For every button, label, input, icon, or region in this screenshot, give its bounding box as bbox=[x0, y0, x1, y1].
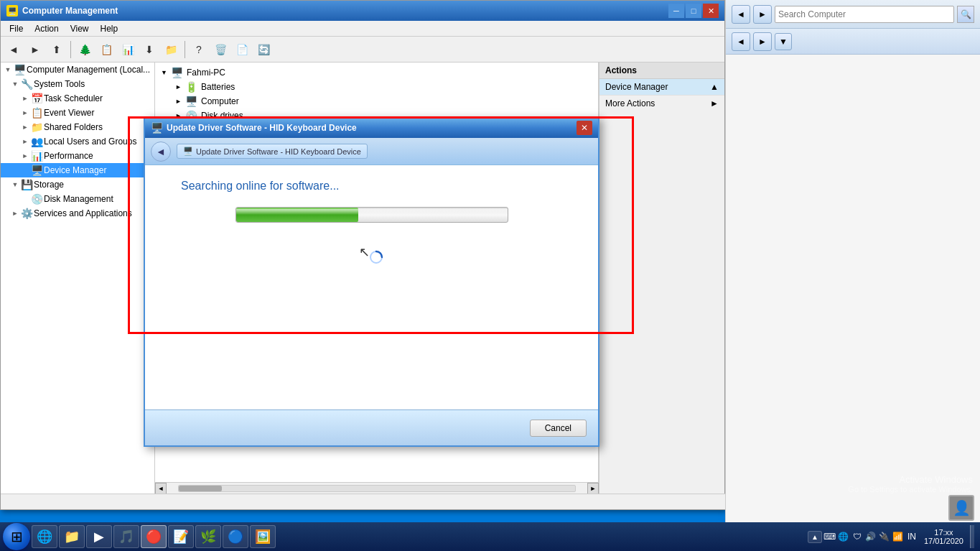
user-avatar: 👤 bbox=[948, 495, 974, 521]
pc-icon: 🖥️ bbox=[171, 67, 185, 78]
activate-windows-title: Activate Windows bbox=[848, 474, 973, 485]
taskbar-app-ie[interactable]: 🌐 bbox=[32, 525, 57, 548]
search-button[interactable]: 🔍 bbox=[957, 6, 974, 23]
scroll-right-btn[interactable]: ► bbox=[587, 483, 599, 494]
menu-action[interactable]: Action bbox=[29, 22, 64, 35]
tree-item-disk-mgmt[interactable]: 💿 Disk Management bbox=[1, 192, 154, 206]
toolbar-btn3[interactable]: 📊 bbox=[118, 40, 138, 60]
taskbar-app-media[interactable]: ▶ bbox=[86, 525, 112, 548]
toolbar-refresh[interactable]: 🔄 bbox=[253, 40, 274, 60]
tray-icon-kb[interactable]: ⌨ bbox=[824, 531, 836, 542]
tree-item-local-users[interactable]: ► 👥 Local Users and Groups bbox=[1, 134, 154, 149]
sidebar-nav-btn1[interactable]: ◄ bbox=[732, 32, 750, 51]
loading-spinner bbox=[369, 250, 383, 264]
toolbar-btn5[interactable]: 📁 bbox=[161, 40, 181, 60]
tree-label-disk-mgmt: Disk Management bbox=[44, 194, 151, 204]
toolbar-back[interactable]: ◄ bbox=[4, 40, 24, 60]
tree-item-task-scheduler[interactable]: ► 📅 Task Scheduler bbox=[1, 91, 154, 106]
system-clock[interactable]: 17:xx 17/01/2020 bbox=[920, 528, 968, 545]
toolbar-separator-2 bbox=[185, 41, 185, 58]
taskbar-app-word[interactable]: 📝 bbox=[168, 525, 194, 548]
toolbar-separator-1 bbox=[70, 41, 71, 58]
toolbar-up[interactable]: ⬆ bbox=[47, 40, 67, 60]
taskbar-app-app4[interactable]: 🔵 bbox=[223, 525, 248, 548]
breadcrumb-icon: 🖥️ bbox=[183, 147, 193, 156]
device-tree-batteries[interactable]: ► 🔋 Batteries bbox=[158, 80, 595, 94]
tray-icon-power[interactable]: 🔌 bbox=[879, 531, 890, 542]
minimize-button[interactable]: ─ bbox=[668, 4, 684, 18]
computer-icon: 🖥️ bbox=[14, 64, 25, 75]
update-driver-dialog: 🖥️ Update Driver Software - HID Keyboard… bbox=[144, 116, 599, 447]
show-desktop-button[interactable] bbox=[970, 525, 974, 548]
right-sidebar: ◄ ► 🔍 ◄ ► ▼ bbox=[725, 0, 980, 551]
tree-item-system-tools[interactable]: ▼ 🔧 System Tools bbox=[1, 77, 154, 91]
menu-view[interactable]: View bbox=[65, 22, 95, 35]
dialog-back-button[interactable]: ◄ bbox=[151, 142, 171, 162]
tray-show-hidden[interactable]: ▲ bbox=[808, 531, 822, 543]
menu-help[interactable]: Help bbox=[95, 22, 124, 35]
dialog-close-button[interactable]: ✕ bbox=[577, 121, 592, 135]
sidebar-forward-btn[interactable]: ► bbox=[753, 5, 772, 24]
taskbar-app-music[interactable]: 🎵 bbox=[113, 525, 139, 548]
tree-item-event-viewer[interactable]: ► 📋 Event Viewer bbox=[1, 106, 154, 120]
expand-icon: ▼ bbox=[11, 180, 19, 189]
right-sidebar-nav: ◄ ► ▼ bbox=[726, 29, 980, 55]
action-device-manager[interactable]: Device Manager ▲ bbox=[599, 79, 724, 96]
sidebar-nav-btn3[interactable]: ▼ bbox=[775, 33, 792, 50]
dialog-title-bar: 🖥️ Update Driver Software - HID Keyboard… bbox=[145, 118, 598, 138]
scrollbar-thumb[interactable] bbox=[179, 486, 222, 491]
expand-icon: ► bbox=[21, 94, 29, 103]
expand-icon: ▼ bbox=[4, 65, 12, 74]
cancel-button[interactable]: Cancel bbox=[530, 420, 587, 437]
tree-label-performance: Performance bbox=[44, 151, 151, 161]
expand-icon: ► bbox=[21, 108, 29, 117]
activate-windows-subtitle: Go to Settings to activate Windows. bbox=[848, 485, 973, 494]
action-more-actions[interactable]: More Actions ► bbox=[599, 96, 724, 111]
window-title: Computer Management bbox=[22, 6, 668, 16]
toolbar-btn2[interactable]: 📋 bbox=[96, 40, 116, 60]
tree-item-storage[interactable]: ▼ 💾 Storage bbox=[1, 177, 154, 192]
sidebar-nav-btn2[interactable]: ► bbox=[753, 32, 772, 51]
taskbar-app-app5[interactable]: 🖼️ bbox=[250, 525, 276, 548]
toolbar-show-hide-tree[interactable]: 🌲 bbox=[75, 40, 95, 60]
scrollbar-track bbox=[178, 485, 576, 492]
horizontal-scrollbar[interactable]: ◄ ► bbox=[155, 482, 599, 494]
search-computer-input[interactable] bbox=[775, 6, 954, 23]
action-label-more-actions: More Actions bbox=[605, 98, 655, 108]
taskbar-app-mgmt[interactable]: 🔴 bbox=[141, 525, 167, 548]
taskbar-app-explorer[interactable]: 📁 bbox=[59, 525, 85, 548]
expand-icon: ► bbox=[175, 98, 184, 105]
toolbar-properties[interactable]: 📄 bbox=[232, 40, 252, 60]
dialog-footer: Cancel bbox=[145, 409, 598, 445]
device-tree-computer[interactable]: ► 🖥️ Computer bbox=[158, 94, 595, 108]
tree-item-services[interactable]: ► ⚙️ Services and Applications bbox=[1, 206, 154, 221]
tray-icon-shield[interactable]: 🛡 bbox=[851, 531, 863, 542]
tray-icon-wifi[interactable]: 📶 bbox=[892, 531, 904, 542]
tree-item-shared-folders[interactable]: ► 📁 Shared Folders bbox=[1, 120, 154, 134]
tray-icon-sound[interactable]: 🔊 bbox=[865, 531, 877, 542]
menu-file[interactable]: File bbox=[4, 22, 29, 35]
sidebar-back-btn[interactable]: ◄ bbox=[732, 5, 750, 24]
toolbar-forward[interactable]: ► bbox=[25, 40, 45, 60]
tree-item-computer-management[interactable]: ▼ 🖥️ Computer Management (Local... bbox=[1, 62, 154, 77]
expand-icon: ► bbox=[11, 209, 19, 218]
taskbar-app-app3[interactable]: 🌿 bbox=[195, 525, 221, 548]
device-tree-fahmi-pc[interactable]: ▼ 🖥️ Fahmi-PC bbox=[158, 65, 595, 80]
dialog-breadcrumb: 🖥️ Update Driver Software - HID Keyboard… bbox=[177, 144, 368, 159]
tray-icon-network[interactable]: 🌐 bbox=[838, 531, 849, 542]
dialog-nav-bar: ◄ 🖥️ Update Driver Software - HID Keyboa… bbox=[145, 138, 598, 165]
toolbar-btn4[interactable]: ⬇ bbox=[139, 40, 159, 60]
start-button[interactable]: ⊞ bbox=[3, 523, 30, 550]
toolbar-delete[interactable]: 🗑️ bbox=[210, 40, 230, 60]
scroll-left-btn[interactable]: ◄ bbox=[155, 483, 167, 494]
tray-icon-lang[interactable]: IN bbox=[906, 531, 918, 542]
tree-item-performance[interactable]: ► 📊 Performance bbox=[1, 149, 154, 163]
window-icon: 🖥️ bbox=[6, 5, 18, 17]
toolbar-help[interactable]: ? bbox=[189, 40, 209, 60]
close-button[interactable]: ✕ bbox=[703, 4, 719, 18]
folder-icon: 📁 bbox=[31, 121, 42, 133]
maximize-button[interactable]: □ bbox=[686, 4, 701, 18]
dialog-title-text: Update Driver Software - HID Keyboard De… bbox=[167, 123, 577, 133]
toolbar: ◄ ► ⬆ 🌲 📋 📊 ⬇ 📁 ? 🗑️ 📄 🔄 bbox=[1, 37, 724, 62]
tree-item-device-manager[interactable]: 🖥️ Device Manager bbox=[1, 163, 154, 177]
